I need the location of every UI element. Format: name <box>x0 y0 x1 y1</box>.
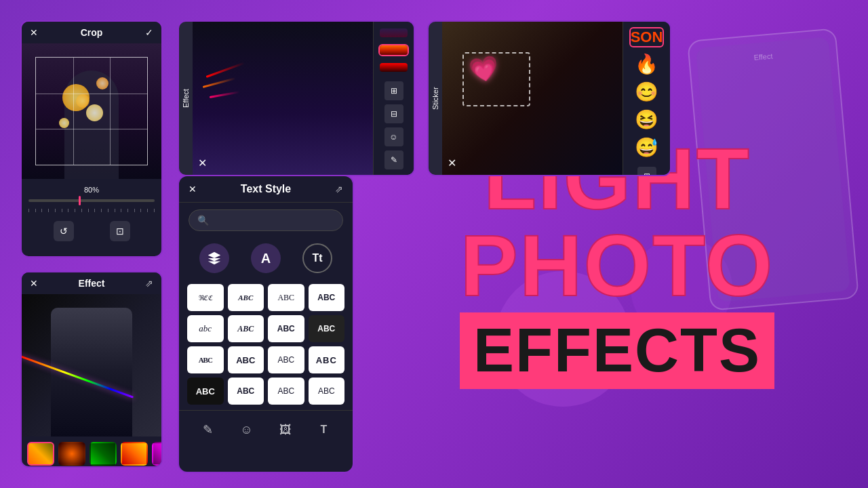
font-cell-5[interactable]: ABC <box>228 315 264 342</box>
crop-panel: ✕ Crop ✓ 80% <box>20 20 163 258</box>
effect2-thumb-4[interactable] <box>121 442 148 466</box>
text-style-search: 🔍 <box>189 209 343 231</box>
font-cell-12[interactable]: ABC <box>187 378 224 405</box>
crop-close-button[interactable]: ✕ <box>30 27 38 38</box>
effect-thumb-inner-3 <box>380 63 408 72</box>
font-grid: ℜℭℭ ABC ABC ABC abc ABC ABC ABC ABC ABC … <box>179 279 353 410</box>
zoom-tick <box>81 209 82 212</box>
effect-thumb-inner-2 <box>380 45 408 54</box>
text-style-panel: ✕ Text Style ⇗ 🔍 A Tt ℜℭℭ ABC ABC ABC ab… <box>178 175 354 473</box>
font-cell-1[interactable]: ABC <box>228 284 264 311</box>
font-cell-15[interactable]: ABC <box>309 378 345 405</box>
font-cell-6[interactable]: ABC <box>268 315 304 342</box>
zoom-tick <box>55 209 56 212</box>
effect2-image <box>22 294 161 436</box>
zoom-tick <box>147 209 148 212</box>
sticker-side-label: Sticker <box>429 22 442 175</box>
text-style-close-button[interactable]: ✕ <box>189 184 197 195</box>
sticker-right-panel: SON 🔥 😊 😆 😅 ⊞ ⊟ ☺ ✎ <box>623 22 670 175</box>
effect2-thumb-2[interactable] <box>58 442 85 466</box>
effect-icon-brush[interactable]: ✎ <box>384 150 403 169</box>
sticker-emoji-som[interactable]: SON <box>629 27 665 47</box>
zoom-label: 80% <box>28 186 155 194</box>
effect-streak-2 <box>203 77 236 88</box>
effect-panel-top: Effect ✕ ⊞ ⊟ ☺ ✎ <box>178 20 415 176</box>
effect-streak-1 <box>205 62 244 78</box>
tab-textsize-button[interactable]: Tt <box>302 243 332 273</box>
effect-icon-smile[interactable]: ☺ <box>384 127 403 146</box>
font-cell-9[interactable]: ABC <box>228 346 264 373</box>
zoom-tick <box>62 209 62 212</box>
effect2-title: Effect <box>79 278 105 289</box>
phone-effect-label: Effect <box>753 52 773 61</box>
crop-grid-overlay <box>35 57 148 165</box>
sticker-emoji-fire[interactable]: 🔥 <box>635 53 658 75</box>
effect-side-label: Effect <box>179 22 193 175</box>
layers-icon <box>207 251 222 266</box>
effect2-share-button[interactable]: ⇗ <box>145 278 153 289</box>
effect-close-area: ✕ <box>198 157 207 169</box>
crop-confirm-button[interactable]: ✓ <box>145 27 153 38</box>
zoom-tick <box>127 209 128 212</box>
toolbar-emoji-button[interactable]: ☺ <box>235 418 259 442</box>
heart-sticker: 💗 <box>467 53 501 85</box>
crop-panel-title: Crop <box>81 27 103 38</box>
crop-panel-header: ✕ Crop ✓ <box>22 22 161 43</box>
toolbar-image-button[interactable]: 🖼 <box>273 418 298 442</box>
effect2-thumb-3[interactable] <box>90 442 117 466</box>
crop-rotate-button[interactable]: ↺ <box>54 221 74 241</box>
crop-flip-button[interactable]: ⊡ <box>110 221 130 241</box>
toolbar-text-button[interactable]: T <box>312 418 336 442</box>
sticker-emoji-laugh[interactable]: 😆 <box>635 108 658 131</box>
sticker-emoji-heart-eyes[interactable]: 😅 <box>635 136 658 159</box>
text-style-share-button[interactable]: ⇗ <box>335 184 343 195</box>
effect-icon-expand[interactable]: ⊞ <box>384 81 403 100</box>
effect2-header: ✕ Effect ⇗ <box>22 272 161 294</box>
effect-icon-shrink[interactable]: ⊟ <box>384 104 403 123</box>
sticker-emoji-smile[interactable]: 😊 <box>635 81 658 103</box>
effect2-thumb-1[interactable] <box>27 442 54 466</box>
effect-panel-bottom: ✕ Effect ⇗ <box>20 271 163 468</box>
font-cell-2[interactable]: ABC <box>268 284 304 311</box>
zoom-tick <box>68 209 68 212</box>
effect-thumb-2[interactable] <box>378 44 409 56</box>
tab-font-button[interactable]: A <box>251 243 281 273</box>
font-cell-4[interactable]: abc <box>187 315 224 342</box>
crop-controls: 80% ↺ ⊡ <box>22 179 161 251</box>
effect2-close-button[interactable]: ✕ <box>30 278 38 289</box>
effect2-thumb-5[interactable] <box>152 442 161 466</box>
zoom-tick <box>115 209 115 212</box>
font-cell-7[interactable]: ABC <box>309 315 345 342</box>
font-cell-10[interactable]: ABC <box>268 346 304 373</box>
toolbar-brush-button[interactable]: ✎ <box>196 418 220 442</box>
search-icon: 🔍 <box>197 215 209 226</box>
font-cell-13[interactable]: ABC <box>228 378 264 405</box>
effect-person-photo <box>193 22 373 175</box>
font-cell-0[interactable]: ℜℭℭ <box>187 284 224 311</box>
zoom-slider[interactable] <box>28 199 155 202</box>
font-cell-3[interactable]: ABC <box>309 284 345 311</box>
zoom-tick <box>134 209 135 212</box>
search-input[interactable] <box>214 216 334 226</box>
zoom-tick <box>35 209 36 212</box>
effect-control-icons: ⊞ ⊟ ☺ ✎ <box>384 81 403 169</box>
crop-bottom-icons: ↺ ⊡ <box>28 218 155 245</box>
sticker-close-area: ✕ <box>448 157 456 169</box>
effect-thumb-1[interactable] <box>378 27 409 39</box>
zoom-tick <box>94 209 95 212</box>
font-cell-8[interactable]: ABC <box>187 346 224 373</box>
zoom-tick <box>140 209 141 212</box>
font-cell-11[interactable]: ABC <box>309 346 345 373</box>
effect-thumb-inner-1 <box>380 28 408 37</box>
effect-right-panel: ⊞ ⊟ ☺ ✎ <box>373 22 414 175</box>
sticker-icon-expand[interactable]: ⊞ <box>637 167 656 176</box>
font-cell-14[interactable]: ABC <box>268 378 304 405</box>
effect-streak-3 <box>210 91 240 98</box>
sticker-control-icons: ⊞ ⊟ ☺ ✎ <box>637 167 656 176</box>
effect2-thumbnails <box>22 436 161 468</box>
tab-layers-button[interactable] <box>199 243 229 273</box>
sticker-close-button[interactable]: ✕ <box>448 157 456 169</box>
text-style-toolbar: ✎ ☺ 🖼 T <box>179 410 353 449</box>
effect-thumb-3[interactable] <box>378 62 409 73</box>
effect-close-button[interactable]: ✕ <box>198 157 207 169</box>
